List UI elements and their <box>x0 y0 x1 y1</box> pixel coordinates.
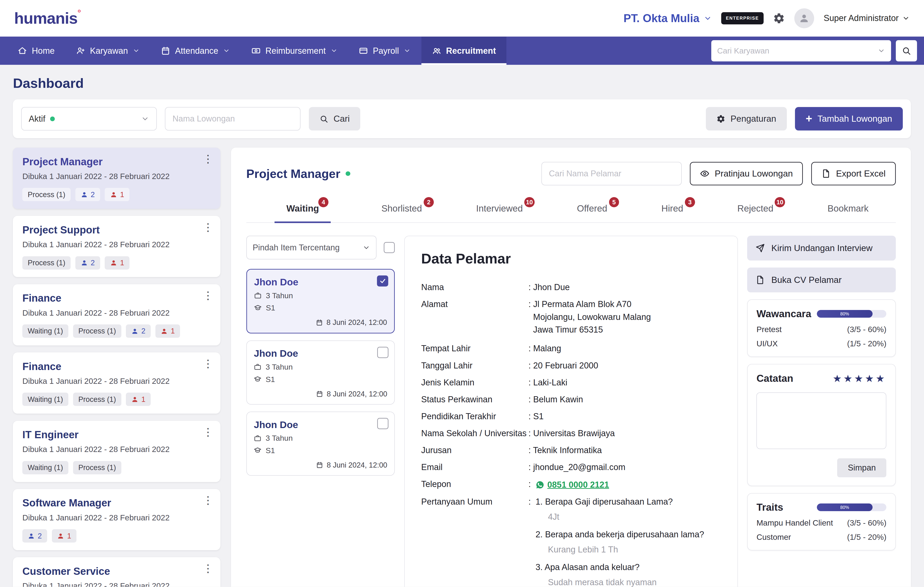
status-badge: Process (1) <box>22 188 71 201</box>
whatsapp-phone-link[interactable]: 0851 0000 2121 <box>547 478 609 491</box>
kirim-undangan-interview-button[interactable]: Kirim Undangan Interview <box>747 236 896 261</box>
job-card-project-support[interactable]: ⋮ Project Support Dibuka 1 Januari 2022 … <box>13 216 220 277</box>
tab-count-badge: 3 <box>685 197 695 207</box>
job-detail-panel: Project Manager Pratinjau Lowongan Expor… <box>231 148 911 587</box>
calendar-icon <box>316 461 323 468</box>
tab-offered[interactable]: Offered5 <box>573 201 611 222</box>
select-all-checkbox[interactable] <box>384 242 395 253</box>
job-card-it-engineer[interactable]: ⋮ IT Engineer Dibuka 1 Januari 2022 - 28… <box>13 421 220 482</box>
user-menu[interactable]: Super Administrator <box>823 13 910 23</box>
search-button[interactable] <box>896 40 917 61</box>
tab-waiting[interactable]: Waiting4 <box>274 201 331 223</box>
status-badge: Waiting (1) <box>22 324 68 338</box>
catatan-card: Catatan ★★★★★ Simpan <box>747 364 896 486</box>
company-selector[interactable]: PT. Okta Mulia <box>624 12 712 25</box>
gear-icon <box>716 114 725 123</box>
applicant-checkbox[interactable] <box>377 275 388 287</box>
kebab-menu-icon[interactable]: ⋮ <box>203 358 213 369</box>
pratinjau-lowongan-button[interactable]: Pratinjau Lowongan <box>690 162 803 185</box>
field-value: 0851 0000 2121 <box>528 478 609 491</box>
applicant-count-badge-blue: 2 <box>75 188 100 201</box>
nav-karyawan[interactable]: Karyawan <box>65 36 150 65</box>
applicant-card[interactable]: Jhon Doe 3 Tahun S1 8 Juni 2024, 12:00 <box>246 269 395 334</box>
field-value: Jl Permata Alam Blok A70 Mojolangu, Lowo… <box>528 298 651 336</box>
applicant-checkbox[interactable] <box>377 347 388 358</box>
kebab-menu-icon[interactable]: ⋮ <box>203 427 213 437</box>
nav-label: Home <box>32 46 54 56</box>
field-value: Laki-Laki <box>528 376 568 389</box>
nav-reimbursement[interactable]: Reimbursement <box>241 36 348 65</box>
move-checked-dropdown[interactable]: Pindah Item Tercentang <box>246 236 376 259</box>
job-title: Software Manager <box>22 497 211 509</box>
job-card-finance-2[interactable]: ⋮ Finance Dibuka 1 Januari 2022 - 28 Feb… <box>13 352 220 413</box>
tab-hired[interactable]: Hired3 <box>658 201 687 222</box>
kebab-menu-icon[interactable]: ⋮ <box>203 154 213 164</box>
catatan-textarea[interactable] <box>756 392 886 449</box>
status-badge: Process (1) <box>73 461 121 475</box>
recruitment-icon <box>432 46 442 56</box>
pengaturan-button[interactable]: Pengaturan <box>706 107 787 131</box>
kebab-menu-icon[interactable]: ⋮ <box>203 495 213 506</box>
field-value: Jhon Due <box>528 281 569 294</box>
whatsapp-icon <box>536 480 544 489</box>
buka-cv-pelamar-button[interactable]: Buka CV Pelamar <box>747 268 896 293</box>
eye-icon <box>700 169 710 179</box>
logo-dot: ° <box>78 8 81 27</box>
tab-count-badge: 4 <box>318 197 328 207</box>
send-icon <box>756 243 765 253</box>
tab-bookmark[interactable]: Bookmark <box>824 201 872 222</box>
progress-fill: 80% <box>817 310 873 317</box>
nav-attendance[interactable]: Attendance <box>150 36 241 65</box>
nav-label: Karyawan <box>90 46 128 56</box>
employee-search[interactable] <box>711 40 891 61</box>
tambah-lowongan-button[interactable]: + Tambah Lowongan <box>795 107 903 131</box>
status-badge: Process (1) <box>22 256 71 270</box>
job-period: Dibuka 1 Januari 2022 - 28 Februari 2022 <box>22 445 211 454</box>
job-card-customer-service[interactable]: ⋮ Customer Service Dibuka 1 Januari 2022… <box>13 557 220 587</box>
kebab-menu-icon[interactable]: ⋮ <box>203 563 213 574</box>
chevron-down-icon[interactable] <box>878 47 885 55</box>
person-icon <box>110 259 117 266</box>
job-card-project-manager[interactable]: ⋮ Project Manager Dibuka 1 Januari 2022 … <box>13 148 220 209</box>
graduation-cap-icon <box>254 375 261 383</box>
rating-stars[interactable]: ★★★★★ <box>833 373 886 384</box>
tab-shorlisted[interactable]: Shorlisted2 <box>378 201 426 222</box>
progress-fill: 80% <box>817 503 873 511</box>
tab-interviewed[interactable]: Interviewed10 <box>473 201 526 222</box>
score-row: Pretest(3/5 - 60%) <box>756 325 886 334</box>
status-filter-select[interactable]: Aktif <box>21 107 157 131</box>
export-excel-button[interactable]: Export Excel <box>811 162 896 185</box>
applicant-card[interactable]: Jhon Doe 3 Tahun S1 8 Juni 2024, 12:00 <box>246 341 395 405</box>
cari-button[interactable]: Cari <box>309 107 360 131</box>
job-card-software-manager[interactable]: ⋮ Software Manager Dibuka 1 Januari 2022… <box>13 489 220 550</box>
filter-bar: Aktif Cari Pengaturan + Tambah Lowongan <box>13 99 911 138</box>
simpan-button[interactable]: Simpan <box>837 458 886 477</box>
job-card-finance-1[interactable]: ⋮ Finance Dibuka 1 Januari 2022 - 28 Feb… <box>13 284 220 346</box>
status-badge: Process (1) <box>73 393 121 406</box>
applicant-card[interactable]: Jhon Doe 3 Tahun S1 8 Juni 2024, 12:00 <box>246 412 395 476</box>
job-title: Project Manager <box>22 156 211 168</box>
applicant-checkbox[interactable] <box>377 418 388 429</box>
nav-payroll[interactable]: Payroll <box>348 36 421 65</box>
tab-rejected[interactable]: Rejected10 <box>734 201 777 222</box>
kebab-menu-icon[interactable]: ⋮ <box>203 222 213 233</box>
avatar[interactable] <box>794 8 814 28</box>
active-status-dot <box>346 171 350 176</box>
applicant-actions: Kirim Undangan Interview Buka CV Pelamar… <box>747 236 896 587</box>
job-period: Dibuka 1 Januari 2022 - 28 Februari 2022 <box>22 513 211 522</box>
status-badge: Waiting (1) <box>22 461 68 475</box>
traits-card: Traits 80% Mampu Handel Client(3/5 - 60%… <box>747 493 896 551</box>
settings-gear-icon[interactable] <box>773 12 785 24</box>
applicant-search-input[interactable] <box>541 162 682 185</box>
job-period: Dibuka 1 Januari 2022 - 28 Februari 2022 <box>22 308 211 317</box>
nav-home[interactable]: Home <box>7 36 65 65</box>
chevron-down-icon <box>330 47 337 54</box>
chevron-down-icon <box>363 244 370 251</box>
nav-recruitment[interactable]: Recruitment <box>421 36 507 65</box>
kebab-menu-icon[interactable]: ⋮ <box>203 290 213 301</box>
employee-search-input[interactable] <box>717 46 878 55</box>
chevron-down-icon <box>404 47 411 54</box>
job-name-input[interactable] <box>165 107 300 131</box>
applicant-count-badge-red: 1 <box>105 256 129 270</box>
nav-label: Reimbursement <box>266 46 326 56</box>
